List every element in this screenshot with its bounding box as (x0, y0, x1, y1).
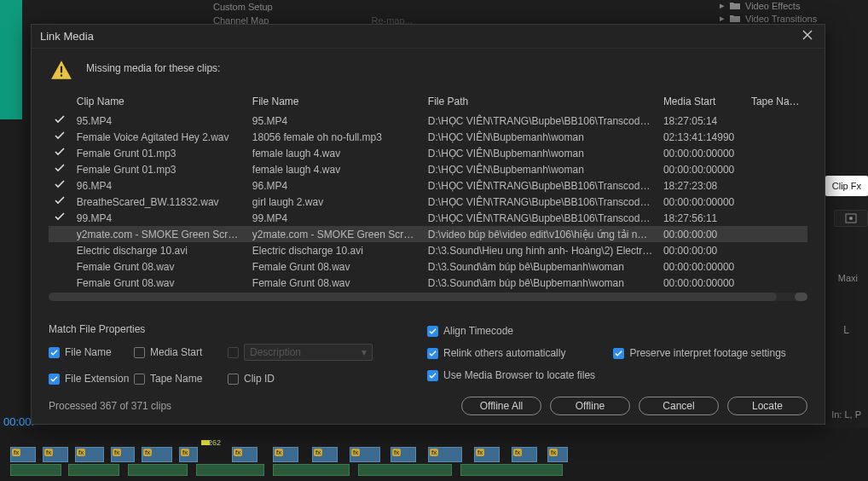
folder-icon (730, 2, 740, 10)
close-button[interactable] (799, 28, 816, 44)
cell-tape-name (746, 161, 807, 177)
timeline-clip[interactable]: fx (111, 447, 135, 462)
table-row[interactable]: BreatheScared_BW.11832.wavgirl laugh 2.w… (49, 194, 807, 210)
processed-status: Processed 367 of 371 clips (49, 400, 171, 412)
timeline-clip[interactable]: fx (273, 447, 298, 462)
video-effects-label[interactable]: Video Effects (745, 1, 800, 11)
timeline-clip[interactable]: fx (179, 447, 198, 462)
table-row[interactable]: 99.MP499.MP4D:\HỌC VIÊN\TRANG\Bupbe\BB10… (49, 210, 807, 226)
timeline-audio-clip[interactable] (128, 464, 188, 476)
table-row[interactable]: Electric discharge 10.aviElectric discha… (49, 242, 807, 258)
check-preserve-interpret[interactable]: Preserve interpret footage settings (613, 347, 785, 359)
timeline-clip[interactable]: fx (512, 447, 537, 462)
timeline-clip[interactable]: fx (75, 447, 104, 462)
cell-file-path: D:\HỌC VIÊN\TRANG\Bupbe\BB106\Transcoded… (423, 177, 658, 194)
offline-button[interactable]: Offline (550, 397, 630, 415)
cell-clip-name: y2mate.com - SMOKE Green Screen Eff (72, 226, 247, 242)
check-file-extension[interactable]: File Extension (49, 373, 134, 385)
table-row[interactable]: y2mate.com - SMOKE Green Screen Effy2mat… (49, 226, 807, 242)
cell-file-name: Female Grunt 08.wav (247, 258, 423, 275)
cell-file-name: female laugh 4.wav (247, 161, 423, 177)
timeline-clip[interactable]: fx (350, 447, 380, 462)
check-label: Clip ID (244, 373, 275, 385)
check-clip-id[interactable]: Clip ID (228, 373, 373, 385)
col-media-start[interactable]: Media Start (658, 94, 746, 113)
cancel-button[interactable]: Cancel (639, 397, 719, 415)
timeline-audio-clip[interactable] (10, 464, 61, 476)
effect-controls-button[interactable] (834, 210, 868, 227)
timeline-clip[interactable]: fx (232, 447, 258, 462)
timeline-tracks[interactable]: fx fx fx fx fx fx 262 fx fx fx fx fx fx … (0, 438, 868, 481)
check-label: Media Start (150, 346, 202, 358)
timeline-audio-clip[interactable] (273, 464, 350, 476)
timeline-clip[interactable]: fx (312, 447, 338, 462)
row-check (49, 242, 72, 258)
table-row[interactable]: Female Voice Agitated Hey 2.wav18056 fem… (49, 129, 807, 145)
check-tape-name[interactable]: Tape Name (134, 373, 228, 385)
timeline-clip[interactable]: fx (474, 447, 500, 462)
locate-button[interactable]: Locate (727, 397, 807, 415)
cell-file-path: D:\HỌC VIÊN\TRANG\Bupbe\BB106\Transcoded… (423, 113, 658, 129)
cell-clip-name: Female Grunt 01.mp3 (72, 145, 247, 161)
video-transitions-label[interactable]: Video Transitions (745, 14, 817, 24)
timeline-clip[interactable]: fx (43, 447, 68, 462)
select-value: Description (250, 346, 301, 358)
cell-media-start: 00:00:00:00000 (658, 194, 746, 210)
link-media-dialog: Link Media Missing media for these clips… (31, 24, 825, 425)
in-label: In: L, P (831, 409, 861, 420)
check-relink-auto[interactable]: Relink others automatically (427, 347, 565, 359)
cell-file-name: 18056 female oh no-full.mp3 (247, 129, 423, 145)
dialog-title: Link Media (40, 30, 94, 43)
table-row[interactable]: Female Grunt 08.wavFemale Grunt 08.wavD:… (49, 275, 807, 291)
cell-media-start: 00:00:00:00000 (658, 145, 746, 161)
col-clip-name[interactable]: Clip Name (72, 94, 247, 113)
svg-point-1 (849, 217, 853, 220)
cell-file-path: D:\HỌC VIÊN\TRANG\Bupbe\BB106\Transcoded… (423, 210, 658, 226)
check-use-media-browser[interactable]: Use Media Browser to locate files (427, 369, 807, 381)
table-row[interactable]: Female Grunt 08.wavFemale Grunt 08.wavD:… (49, 258, 807, 275)
timeline[interactable]: fx fx fx fx fx fx 262 fx fx fx fx fx fx … (0, 428, 868, 481)
timeline-clip[interactable]: fx (391, 447, 416, 462)
row-check (49, 177, 72, 194)
timeline-clip[interactable]: fx (428, 447, 462, 462)
cell-tape-name (746, 275, 807, 291)
table-h-scrollbar[interactable] (49, 293, 807, 301)
table-row[interactable]: 96.MP496.MP4D:\HỌC VIÊN\TRANG\Bupbe\BB10… (49, 177, 807, 194)
description-select: Description ▾ (244, 344, 373, 361)
svg-rect-2 (61, 67, 62, 73)
cell-tape-name (746, 242, 807, 258)
chevron-right-icon: ▸ (720, 13, 725, 24)
table-row[interactable]: Female Grunt 01.mp3female laugh 4.wavD:\… (49, 145, 807, 161)
cell-clip-name: Female Grunt 08.wav (72, 275, 247, 291)
col-file-name[interactable]: File Name (247, 94, 423, 113)
row-check (49, 113, 72, 129)
timeline-audio-clip[interactable] (68, 464, 119, 476)
cell-media-start: 00:00:00:00000 (658, 275, 746, 291)
check-media-start[interactable]: Media Start (134, 346, 228, 358)
table-row[interactable]: 95.MP495.MP4D:\HỌC VIÊN\TRANG\Bupbe\BB10… (49, 113, 807, 129)
cell-media-start: 18:27:23:08 (658, 177, 746, 194)
cell-file-path: D:\3.Sound\âm búp bê\Bupbemanh\woman (423, 275, 658, 291)
check-file-name[interactable]: File Name (49, 346, 134, 358)
timeline-clip[interactable]: fx (547, 447, 568, 462)
timeline-clip[interactable]: fx (10, 447, 36, 462)
cell-media-start: 00:00:00:00000 (658, 161, 746, 177)
timeline-clip[interactable]: fx (142, 447, 172, 462)
close-icon (802, 30, 813, 40)
offline-all-button[interactable]: Offline All (461, 397, 541, 415)
row-check (49, 275, 72, 291)
timeline-audio-clip[interactable] (358, 464, 452, 476)
chevron-down-icon: ▾ (362, 346, 367, 358)
l-label: L (843, 324, 849, 336)
check-align-timecode[interactable]: Align Timecode (427, 325, 807, 337)
timeline-audio-clip[interactable] (460, 464, 563, 476)
table-row[interactable]: Female Grunt 01.mp3female laugh 4.wavD:\… (49, 161, 807, 177)
effects-panel: ▸ Video Effects ▸ Video Transitions (694, 0, 868, 24)
timeline-audio-clip[interactable] (196, 464, 264, 476)
check-label: Relink others automatically (443, 347, 565, 359)
col-file-path[interactable]: File Path (423, 94, 658, 113)
left-panel-accent (0, 0, 22, 119)
check-label: Preserve interpret footage settings (629, 347, 785, 359)
cell-clip-name: Female Voice Agitated Hey 2.wav (72, 129, 247, 145)
col-tape-name[interactable]: Tape Name (746, 94, 807, 113)
